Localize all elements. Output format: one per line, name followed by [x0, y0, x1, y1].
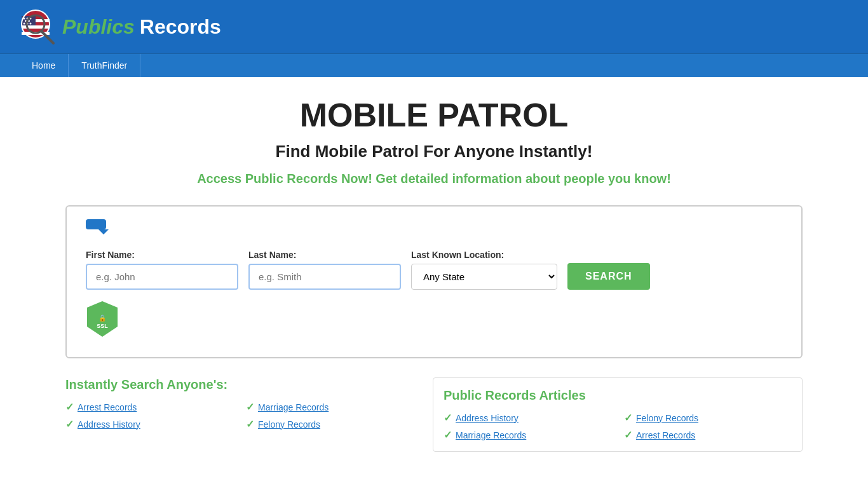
right-section-title: Public Records Articles: [444, 388, 792, 403]
marriage-records-link[interactable]: Marriage Records: [258, 402, 329, 412]
page-subheadline: Find Mobile Patrol For Anyone Instantly!: [65, 142, 803, 161]
felony-records-article-link[interactable]: Felony Records: [636, 413, 698, 423]
logo-publics: Publics: [62, 15, 135, 39]
checkmark-icon: ✓: [624, 412, 632, 424]
search-fields: First Name: Last Name: Last Known Locati…: [86, 250, 782, 290]
bottom-section: Instantly Search Anyone's: ✓ Arrest Reco…: [65, 377, 803, 452]
svg-text:SSL: SSL: [97, 323, 108, 329]
checkmark-icon: ✓: [65, 401, 74, 413]
left-links-grid: ✓ Arrest Records ✓ Marriage Records ✓ Ad…: [65, 401, 414, 430]
logo-area[interactable]: PublicsRecords: [19, 8, 221, 46]
checkmark-icon: ✓: [246, 401, 254, 413]
checkmark-icon: ✓: [444, 412, 452, 424]
marriage-records-article-link[interactable]: Marriage Records: [456, 430, 526, 440]
nav-truthfinder[interactable]: TruthFinder: [69, 54, 140, 77]
left-column: Instantly Search Anyone's: ✓ Arrest Reco…: [65, 377, 414, 452]
list-item: ✓ Arrest Records: [624, 429, 792, 441]
search-button[interactable]: SEARCH: [567, 263, 650, 290]
svg-rect-2: [22, 25, 50, 29]
page-tagline: Access Public Records Now! Get detailed …: [65, 172, 803, 186]
left-section-title: Instantly Search Anyone's:: [65, 377, 414, 392]
list-item: ✓ Felony Records: [624, 412, 792, 424]
location-group: Last Known Location: Any State Alabama A…: [411, 250, 557, 290]
checkmark-icon: ✓: [624, 429, 632, 441]
checkmark-icon: ✓: [444, 429, 452, 441]
list-item: ✓ Address History: [444, 412, 611, 424]
checkmark-icon: ✓: [246, 418, 254, 430]
ssl-shield-icon: 🔒 SSL: [86, 300, 119, 338]
felony-records-link[interactable]: Felony Records: [258, 419, 320, 430]
state-select[interactable]: Any State Alabama Alaska Arizona Arkansa…: [411, 264, 557, 290]
logo-icon: [19, 8, 57, 46]
arrest-records-article-link[interactable]: Arrest Records: [636, 430, 695, 440]
first-name-label: First Name:: [86, 250, 238, 260]
right-column: Public Records Articles ✓ Address Histor…: [433, 377, 803, 452]
svg-text:🔒: 🔒: [98, 314, 107, 322]
last-name-input[interactable]: [248, 264, 401, 290]
navigation: Home TruthFinder: [0, 53, 868, 77]
list-item: ✓ Address History: [65, 418, 233, 430]
list-item: ✓ Felony Records: [246, 418, 414, 430]
first-name-group: First Name:: [86, 250, 238, 290]
location-label: Last Known Location:: [411, 250, 557, 260]
list-item: ✓ Marriage Records: [444, 429, 611, 441]
site-header: PublicsRecords: [0, 0, 868, 53]
last-name-label: Last Name:: [248, 250, 401, 260]
last-name-group: Last Name:: [248, 250, 401, 290]
arrest-records-link[interactable]: Arrest Records: [78, 402, 137, 412]
nav-home[interactable]: Home: [19, 54, 69, 77]
page-headline: MOBILE PATROL: [65, 96, 803, 134]
search-box: First Name: Last Name: Last Known Locati…: [65, 205, 803, 358]
ssl-badge: 🔒 SSL: [86, 300, 782, 338]
list-item: ✓ Arrest Records: [65, 401, 233, 413]
address-history-article-link[interactable]: Address History: [456, 413, 519, 423]
svg-point-10: [24, 23, 25, 25]
svg-point-12: [30, 23, 32, 25]
list-item: ✓ Marriage Records: [246, 401, 414, 413]
first-name-input[interactable]: [86, 264, 238, 290]
address-history-link[interactable]: Address History: [78, 419, 140, 430]
checkmark-icon: ✓: [65, 418, 74, 430]
right-links-grid: ✓ Address History ✓ Felony Records ✓ Mar…: [444, 412, 792, 441]
logo-records: Records: [140, 15, 221, 39]
main-content: MOBILE PATROL Find Mobile Patrol For Any…: [53, 77, 815, 471]
start-here-tooltip: [86, 219, 106, 229]
